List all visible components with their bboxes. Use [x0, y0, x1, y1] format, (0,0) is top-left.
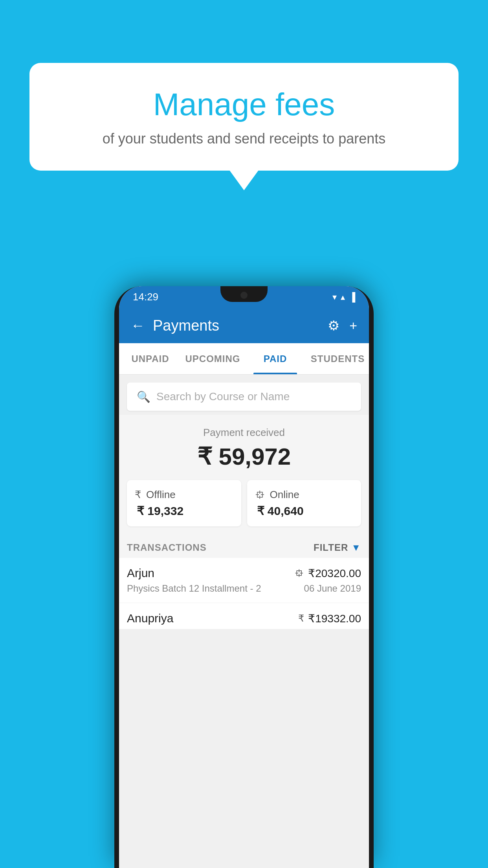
transaction-top-anupriya: Anupriya ₹ ₹19332.00: [127, 612, 361, 625]
tab-paid[interactable]: PAID: [244, 343, 306, 374]
offline-card-header: ₹ Offline: [135, 489, 233, 501]
offline-card: ₹ Offline ₹ 19,332: [127, 480, 241, 526]
cash-icon-anupriya: ₹: [298, 613, 304, 624]
camera-dot: [240, 292, 248, 299]
bubble-subtitle: of your students and send receipts to pa…: [61, 131, 427, 147]
transaction-row-anupriya[interactable]: Anupriya ₹ ₹19332.00: [119, 603, 369, 629]
filter-icon: ▼: [351, 542, 361, 553]
phone-notch: [220, 286, 268, 302]
status-icons: ▾ ▴ ▐: [332, 292, 355, 302]
payment-received-amount: ₹ 59,972: [127, 443, 361, 470]
bubble-title: Manage fees: [61, 86, 427, 123]
payment-received-label: Payment received: [127, 427, 361, 439]
gear-icon[interactable]: ⚙: [328, 318, 339, 333]
transaction-row-arjun[interactable]: Arjun ⯐ ₹20320.00 Physics Batch 12 Insta…: [119, 558, 369, 603]
offline-label: Offline: [146, 489, 176, 501]
tab-upcoming[interactable]: UPCOMING: [182, 343, 244, 374]
header-icons: ⚙ +: [328, 318, 357, 333]
tabs-container: UNPAID UPCOMING PAID STUDENTS: [119, 343, 369, 375]
online-label: Online: [270, 489, 299, 501]
battery-icon: ▐: [349, 292, 355, 302]
filter-label: FILTER: [314, 542, 348, 553]
payment-cards: ₹ Offline ₹ 19,332 ⯐ Online ₹ 40,640: [127, 480, 361, 526]
search-icon: 🔍: [137, 390, 150, 403]
online-card-header: ⯐ Online: [255, 489, 354, 501]
phone-screen: 14:29 ▾ ▴ ▐ ← Payments ⚙ + UNPAID UPCOMI…: [119, 286, 369, 868]
transaction-amount-anupriya: ₹19332.00: [308, 612, 361, 625]
transaction-name-arjun: Arjun: [127, 566, 154, 580]
online-amount: ₹ 40,640: [255, 504, 354, 518]
back-button[interactable]: ←: [131, 317, 145, 334]
transaction-name-anupriya: Anupriya: [127, 612, 173, 625]
wifi-icon: ▾: [332, 292, 337, 302]
speech-bubble: Manage fees of your students and send re…: [29, 63, 459, 171]
transaction-bottom-arjun: Physics Batch 12 Installment - 2 06 June…: [127, 583, 361, 594]
transaction-amount-arjun: ₹20320.00: [308, 567, 361, 580]
transactions-header: TRANSACTIONS FILTER ▼: [119, 534, 369, 558]
speech-bubble-container: Manage fees of your students and send re…: [29, 63, 459, 171]
add-button[interactable]: +: [349, 318, 357, 333]
tab-students[interactable]: STUDENTS: [306, 343, 369, 374]
offline-icon: ₹: [135, 489, 141, 501]
transaction-amount-wrap-arjun: ⯐ ₹20320.00: [295, 567, 361, 580]
app-header: ← Payments ⚙ +: [119, 308, 369, 343]
online-card: ⯐ Online ₹ 40,640: [247, 480, 361, 526]
transactions-label: TRANSACTIONS: [127, 542, 207, 553]
search-placeholder: Search by Course or Name: [156, 390, 290, 403]
phone-frame: 14:29 ▾ ▴ ▐ ← Payments ⚙ + UNPAID UPCOMI…: [114, 286, 374, 868]
filter-button[interactable]: FILTER ▼: [314, 542, 361, 553]
card-icon-arjun: ⯐: [295, 568, 304, 579]
payment-section: Payment received ₹ 59,972 ₹ Offline ₹ 19…: [119, 415, 369, 534]
transaction-top-arjun: Arjun ⯐ ₹20320.00: [127, 566, 361, 580]
offline-amount: ₹ 19,332: [135, 504, 233, 518]
transaction-date-arjun: 06 June 2019: [304, 583, 361, 594]
header-title: Payments: [153, 317, 320, 334]
search-bar[interactable]: 🔍 Search by Course or Name: [127, 383, 361, 411]
transaction-course-arjun: Physics Batch 12 Installment - 2: [127, 583, 261, 594]
transaction-amount-wrap-anupriya: ₹ ₹19332.00: [298, 612, 361, 625]
online-icon: ⯐: [255, 489, 265, 501]
signal-icon: ▴: [341, 292, 345, 302]
tab-unpaid[interactable]: UNPAID: [119, 343, 182, 374]
status-time: 14:29: [133, 291, 158, 303]
